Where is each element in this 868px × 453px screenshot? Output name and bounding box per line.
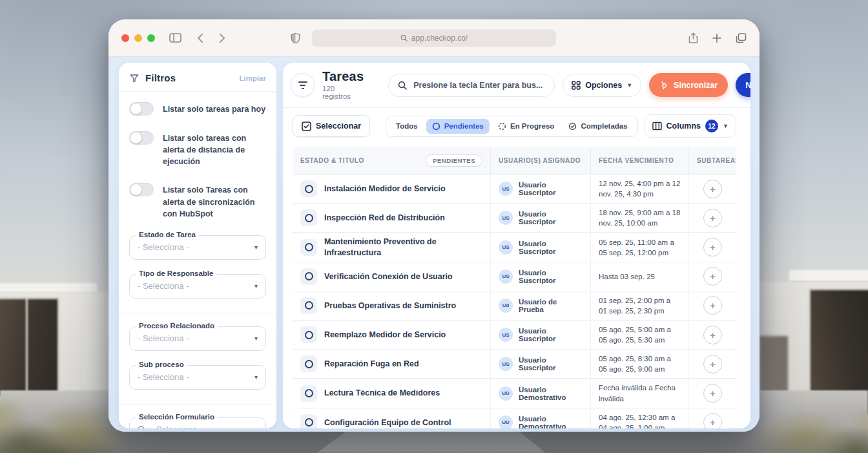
collapse-filters-button[interactable] <box>291 73 315 97</box>
task-status-toggle[interactable] <box>300 414 317 428</box>
columns-count-badge: 12 <box>705 120 718 132</box>
add-subtask-button[interactable]: + <box>703 180 722 198</box>
subtareas-header-label: SUBTAREAS <box>697 157 736 164</box>
cell-subtareas: + <box>689 262 736 291</box>
search-input[interactable] <box>412 80 545 90</box>
cell-fecha: 05 ago. 25, 8:30 am a 05 ago. 25, 9:00 a… <box>591 350 689 379</box>
add-subtask-button[interactable]: + <box>703 267 722 286</box>
filter-select-3[interactable]: Proceso Relacionado- Selecciona -▾ <box>129 326 266 351</box>
filter-select-5[interactable]: Selección Formulario- Selecciona -▾ <box>129 417 266 428</box>
table-header-row: ESTADO & TITULO PENDIENTES USUARIO(S) AS… <box>293 147 736 174</box>
fecha-header-label: FECHA VENCIMIENTO <box>599 157 674 164</box>
toggle-label: Listar solo tareas con alerta de distanc… <box>163 131 266 167</box>
column-header-subtareas[interactable]: SUBTAREAS <box>689 147 736 174</box>
filter-group-divider <box>119 404 276 405</box>
status-pending-circle-icon <box>305 185 313 193</box>
toggle-switch[interactable] <box>129 131 154 145</box>
cell-subtareas: + <box>689 379 736 408</box>
task-status-toggle[interactable] <box>300 180 317 197</box>
tasks-panel: Tareas 120 registros Opciones ▼ Si <box>283 63 750 428</box>
tab-completadas[interactable]: Completadas <box>563 119 633 134</box>
traffic-lights <box>121 34 155 42</box>
task-status-toggle[interactable] <box>300 385 317 402</box>
new-task-button[interactable]: Nuevo + <box>736 73 750 97</box>
select-label: Selección Formulario <box>136 413 218 421</box>
table-row[interactable]: Inspección Red de DistribuciónUSUsuario … <box>293 204 736 233</box>
browser-chrome: app.checkop.co/ <box>108 19 760 57</box>
columns-button[interactable]: Columns 12 ▼ <box>645 114 736 138</box>
add-subtask-button[interactable]: + <box>703 413 722 428</box>
cell-subtareas: + <box>689 204 736 233</box>
task-status-toggle[interactable] <box>300 326 317 343</box>
add-subtask-button[interactable]: + <box>703 209 722 227</box>
add-subtask-button[interactable]: + <box>703 296 722 315</box>
task-status-toggle[interactable] <box>300 268 317 285</box>
tab-overview-icon[interactable] <box>736 33 747 43</box>
add-subtask-button[interactable]: + <box>703 326 722 344</box>
privacy-shield-icon[interactable] <box>291 32 300 43</box>
table-row[interactable]: Instalación Medidor de ServicioUSUsuario… <box>293 174 736 204</box>
tab-en-progreso[interactable]: En Progreso <box>492 119 560 134</box>
task-search[interactable] <box>388 74 555 97</box>
new-tab-icon[interactable] <box>712 34 721 43</box>
cell-estado-titulo: Instalación Medidor de Servicio <box>293 174 491 204</box>
filter-lines-icon <box>298 81 307 89</box>
minimize-window-button[interactable] <box>134 34 142 42</box>
filter-select-4[interactable]: Sub proceso- Selecciona -▾ <box>129 365 266 390</box>
select-value: - Selecciona - <box>151 425 249 428</box>
estado-header-label: ESTADO & TITULO <box>300 157 364 164</box>
back-icon[interactable] <box>197 33 203 43</box>
filter-toggle-row: Listar solo tareas para hoy <box>129 102 266 116</box>
user-name: Usuario de Prueba <box>519 298 583 313</box>
share-icon[interactable] <box>688 32 698 44</box>
task-status-toggle[interactable] <box>300 355 317 372</box>
search-icon <box>400 34 408 41</box>
address-bar[interactable]: app.checkop.co/ <box>312 29 556 47</box>
close-window-button[interactable] <box>121 34 129 42</box>
table-row[interactable]: Mantenimiento Preventivo de Infraestruct… <box>293 233 736 262</box>
task-status-toggle[interactable] <box>300 297 317 314</box>
zoom-window-button[interactable] <box>147 34 155 42</box>
table-row[interactable]: Pruebas Operativas de SuministroUdUsuari… <box>293 291 736 321</box>
toggle-switch[interactable] <box>129 183 154 196</box>
table-row[interactable]: Reemplazo Medidor de ServicioUSUsuario S… <box>293 321 736 350</box>
task-status-toggle[interactable] <box>300 209 317 226</box>
table-row[interactable]: Verificación Conexión de UsuarioUSUsuari… <box>293 262 736 291</box>
sync-label: Sincronizar <box>674 81 718 90</box>
table-row[interactable]: Configuración Equipo de ControlUDUsuario… <box>293 408 736 428</box>
tab-pendientes[interactable]: Pendientes <box>426 119 490 134</box>
filter-select-2[interactable]: Tipo de Responsable- Selecciona -▾ <box>129 274 266 299</box>
avatar: US <box>499 211 513 225</box>
add-subtask-button[interactable]: + <box>703 238 722 257</box>
cell-estado-titulo: Pruebas Operativas de Suministro <box>293 291 491 321</box>
due-date: Fecha inválida a Fecha inválida <box>599 383 681 403</box>
tab-label: Todos <box>396 122 418 130</box>
select-label: Seleccionar <box>316 121 361 131</box>
table-row[interactable]: Lectura Técnica de MedidoresUDUsuario De… <box>293 379 736 408</box>
column-header-usuario[interactable]: USUARIO(S) ASIGNADO <box>491 147 591 174</box>
add-subtask-button[interactable]: + <box>703 384 722 403</box>
column-header-estado[interactable]: ESTADO & TITULO PENDIENTES <box>293 147 491 174</box>
filter-select-1[interactable]: Estado de Tarea- Selecciona -▾ <box>129 235 266 260</box>
clear-filters-link[interactable]: Limpiar <box>239 74 266 82</box>
task-status-toggle[interactable] <box>300 239 317 256</box>
add-subtask-button[interactable]: + <box>703 355 722 374</box>
forward-icon[interactable] <box>219 33 225 43</box>
user-name: Usuario Suscriptor <box>519 210 583 226</box>
table-row[interactable]: Reparación Fuga en RedUSUsuario Suscript… <box>293 350 736 379</box>
records-count: 120 registros <box>322 85 364 100</box>
columns-icon <box>652 121 662 131</box>
toggle-label: Listar solo Tareas con alerta de sincron… <box>163 183 266 219</box>
toggle-switch[interactable] <box>129 102 154 116</box>
task-title: Verificación Conexión de Usuario <box>324 271 453 282</box>
column-header-fecha[interactable]: FECHA VENCIMIENTO <box>591 147 689 174</box>
cell-subtareas: + <box>689 408 736 428</box>
tab-todos[interactable]: Todos <box>390 119 424 133</box>
cell-subtareas: + <box>689 321 736 350</box>
options-button[interactable]: Opciones ▼ <box>563 74 641 97</box>
sidebar-toggle-icon[interactable] <box>169 33 181 43</box>
cell-usuario: USUsuario Suscriptor <box>491 233 591 262</box>
select-tasks-button[interactable]: Seleccionar <box>293 115 370 137</box>
avatar: US <box>499 328 513 342</box>
sync-hubspot-button[interactable]: Sincronizar <box>649 73 728 97</box>
